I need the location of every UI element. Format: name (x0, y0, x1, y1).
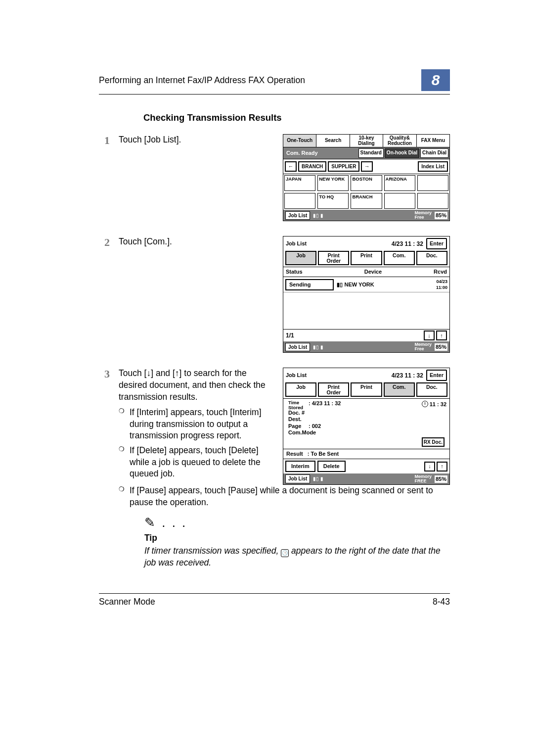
job-row[interactable]: Sending ▮▯ NEW YORK 04/23 11:00 (283, 277, 449, 292)
tab-one-touch[interactable]: One-Touch (283, 135, 316, 147)
tab-10key-dialing[interactable]: 10-key Dialing (350, 135, 383, 147)
job-list-button[interactable]: Job List (285, 211, 310, 220)
memory-free-pct: 85% (435, 475, 447, 483)
col-status: Status (283, 267, 330, 277)
tab-com[interactable]: Com. (384, 382, 415, 397)
section-title: Checking Transmission Results (143, 112, 450, 123)
step-number: 2 (99, 236, 110, 353)
rx-doc-button[interactable]: RX Doc. (422, 437, 445, 447)
step-3: 3 Touch [↓] and [↑] to search for the de… (99, 368, 450, 568)
footer-page-number: 8-43 (433, 597, 450, 607)
tip-text: If timer transmission was specified, 🕒 a… (144, 545, 450, 568)
standard-button[interactable]: Standard (358, 148, 384, 158)
memory-free-pct: 85% (435, 343, 447, 351)
job-list-title: Job List (286, 372, 307, 379)
memory-free-pct: 85% (435, 212, 447, 219)
delete-button[interactable]: Delete (317, 461, 346, 472)
scroll-down-button[interactable]: ↓ (424, 462, 435, 472)
step-2-text: Touch [Com.]. (119, 236, 273, 248)
tab-print-order[interactable]: Print Order (318, 382, 349, 397)
fax-panel-main: One-Touch Search 10-key Dialing Quality&… (283, 134, 450, 221)
tab-print[interactable]: Print (351, 382, 382, 397)
col-rcvd: Rcvd (416, 267, 449, 277)
one-touch-empty[interactable] (417, 193, 448, 209)
tab-doc[interactable]: Doc. (416, 251, 447, 265)
job-list-button[interactable]: Job List (285, 474, 310, 483)
enter-button[interactable]: Enter (426, 238, 447, 249)
one-touch-new-york[interactable]: NEW YORK (317, 175, 349, 191)
one-touch-branch[interactable]: BRANCH (351, 193, 382, 209)
step-3-sub-delete: If [Delete] appears, touch [Delete] whil… (119, 445, 273, 480)
tab-search[interactable]: Search (316, 135, 350, 147)
on-hook-dial-button[interactable]: On-hook Dial (385, 148, 419, 158)
pager-indicator: 1/1 (286, 331, 294, 339)
tab-print[interactable]: Print (351, 251, 382, 265)
running-header: Performing an Internet Fax/IP Address FA… (99, 69, 450, 94)
job-detail-panel: Job List 4/23 11 : 32 Enter Job Print Or… (283, 368, 450, 485)
step-number: 1 (99, 134, 110, 221)
scroll-down-button[interactable]: ↓ (424, 331, 435, 340)
job-list-timestamp: 4/23 11 : 32 (392, 240, 423, 248)
one-touch-empty[interactable] (284, 193, 315, 209)
tip-label: Tip (144, 532, 450, 544)
one-touch-arizona[interactable]: ARIZONA (384, 175, 415, 191)
running-title: Performing an Internet Fax/IP Address FA… (99, 75, 305, 86)
step-3-sub-interim: If [Interim] appears, touch [Interim] du… (119, 407, 273, 442)
job-list-panel: Job List 4/23 11 : 32 Enter Job Print Or… (283, 236, 450, 353)
tip-icon: ✎ . . . (144, 514, 450, 531)
job-device: ▮▯ NEW YORK (334, 281, 418, 288)
tab-job[interactable]: Job (285, 251, 316, 265)
status-icons: ▮▯ ▮ (313, 344, 323, 351)
chapter-number: 8 (421, 69, 450, 91)
timer-indicator: 11 : 32 (422, 401, 446, 408)
com-ready-label: Com. Ready (284, 148, 357, 158)
supplier-tab[interactable]: SUPPLIER (328, 161, 359, 172)
job-status: Sending (285, 279, 334, 290)
one-touch-boston[interactable]: BOSTON (351, 175, 382, 191)
job-rcvd: 04/23 11:00 (418, 279, 447, 290)
scroll-up-button[interactable]: ↑ (437, 462, 447, 472)
page-footer: Scanner Mode 8-43 (99, 593, 450, 607)
memory-free-label: Memory Free (414, 211, 432, 220)
one-touch-japan[interactable]: JAPAN (284, 175, 315, 191)
memory-free-label: Memory FREE (414, 474, 432, 483)
index-list-button[interactable]: Index List (418, 161, 448, 172)
tab-doc[interactable]: Doc. (416, 382, 447, 397)
job-list-title: Job List (286, 240, 307, 247)
clock-icon: 🕒 (281, 549, 289, 557)
status-icons: ▮▯ ▮ (313, 475, 323, 482)
tab-job[interactable]: Job (285, 382, 316, 397)
step-3-sub-pause: If [Pause] appears, touch [Pause] while … (119, 485, 450, 508)
job-list-timestamp: 4/23 11 : 32 (392, 372, 423, 379)
chain-dial-button[interactable]: Chain Dial (420, 148, 448, 158)
tip-block: ✎ . . . Tip If timer transmission was sp… (144, 514, 450, 568)
status-icons: ▮▯ ▮ (313, 212, 323, 219)
scroll-up-button[interactable]: ↑ (436, 331, 447, 340)
clock-icon (422, 401, 428, 407)
memory-free-label: Memory Free (414, 342, 432, 351)
interim-button[interactable]: Interim (285, 461, 315, 472)
scroll-left-button[interactable]: ← (285, 161, 297, 172)
step-1: 1 Touch [Job List]. One-Touch Search 10-… (99, 134, 450, 221)
step-2: 2 Touch [Com.]. Job List 4/23 11 : 32 En… (99, 236, 450, 353)
footer-left: Scanner Mode (99, 597, 155, 607)
tab-fax-menu[interactable]: FAX Menu (417, 135, 449, 147)
job-detail-table: TimeStored: 4/23 11 : 32 Doc. # Dest. Pa… (286, 400, 343, 436)
tab-quality-reduction[interactable]: Quality& Reduction (383, 135, 416, 147)
step-1-text: Touch [Job List]. (119, 134, 273, 146)
enter-button[interactable]: Enter (426, 370, 447, 381)
branch-tab[interactable]: BRANCH (298, 161, 326, 172)
step-3-text: Touch [↓] and [↑] to search for the desi… (119, 368, 266, 401)
one-touch-empty[interactable] (417, 175, 448, 191)
scroll-right-button[interactable]: → (361, 161, 373, 172)
tab-com[interactable]: Com. (384, 251, 415, 265)
job-list-button[interactable]: Job List (285, 343, 310, 352)
one-touch-to-hq[interactable]: TO HQ (317, 193, 349, 209)
one-touch-empty[interactable] (384, 193, 415, 209)
step-number: 3 (99, 368, 110, 568)
tab-print-order[interactable]: Print Order (318, 251, 349, 265)
result-row: Result : To Be Sent (283, 449, 449, 459)
col-device: Device (330, 267, 416, 277)
